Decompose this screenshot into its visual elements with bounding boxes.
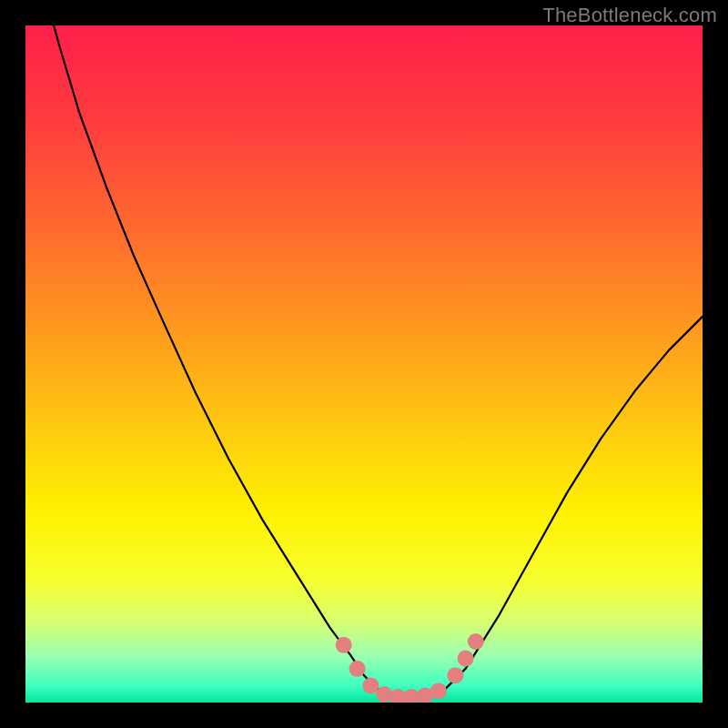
curve-marker — [447, 667, 463, 683]
curve-marker — [458, 651, 474, 667]
curve-marker — [468, 633, 484, 650]
chart-frame: TheBottleneck.com — [0, 0, 728, 728]
plot-area — [25, 25, 703, 703]
curve-marker — [336, 637, 352, 653]
bottleneck-chart — [25, 25, 703, 703]
watermark-text: TheBottleneck.com — [542, 4, 717, 27]
curve-marker — [430, 682, 447, 699]
curve-marker — [349, 661, 366, 677]
curve-marker — [376, 686, 392, 703]
curve-marker — [362, 677, 379, 693]
gradient-background — [25, 25, 703, 703]
